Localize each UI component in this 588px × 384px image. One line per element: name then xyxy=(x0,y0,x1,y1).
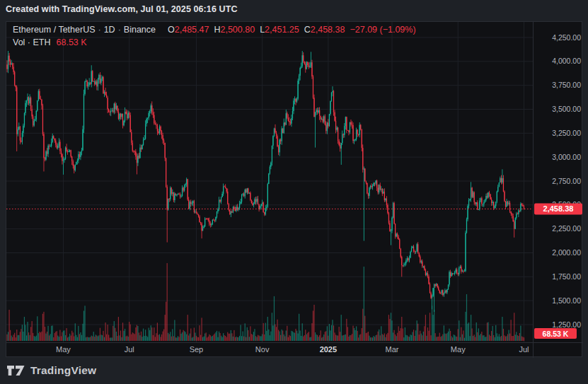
separator-dot: · xyxy=(118,25,121,35)
price-tick-label: 2,250.00 xyxy=(552,224,581,233)
last-price-label: 2,458.38 xyxy=(534,203,582,214)
chart-svg[interactable]: 4,250.004,000.003,750.003,500.003,250.00… xyxy=(6,22,583,358)
price-tick-label: 1,750.00 xyxy=(552,272,581,281)
open-letter: O xyxy=(168,25,175,35)
attribution-text: Created with TradingView.com, Jul 01, 20… xyxy=(6,4,238,14)
price-tick-label: 4,250.00 xyxy=(552,33,581,42)
price-tick-label: 3,750.00 xyxy=(552,81,581,89)
price-tick-label: 2,750.00 xyxy=(552,177,581,185)
time-tick-label: Jul xyxy=(125,345,134,354)
svg-text:68.53 K: 68.53 K xyxy=(543,330,569,338)
symbol-title[interactable]: Ethereum / TetherUS xyxy=(13,25,96,35)
exchange-name: Binance xyxy=(124,25,156,35)
footer-bar: TradingView xyxy=(0,357,588,384)
price-tick-label: 3,000.00 xyxy=(552,153,581,161)
tradingview-snapshot: { "header": { "attribution": "Created wi… xyxy=(0,0,588,384)
time-tick-label: 2025 xyxy=(320,345,337,354)
high-value: 2,500.80 xyxy=(220,25,255,35)
price-axis[interactable]: 4,250.004,000.003,750.003,500.003,250.00… xyxy=(552,33,581,329)
price-tick-label: 1,250.00 xyxy=(552,320,581,329)
time-tick-label: Jul xyxy=(519,345,529,354)
low-value: 2,451.25 xyxy=(265,25,299,35)
price-tick-label: 3,500.00 xyxy=(552,105,581,113)
ohlc-values: O2,485.47H2,500.80L2,451.25C2,458.38−27.… xyxy=(163,25,416,35)
interval-value[interactable]: 1D xyxy=(104,25,115,35)
gridlines xyxy=(6,22,533,342)
volume-bars xyxy=(6,263,524,341)
volume-value-label: 68.53 K xyxy=(534,328,577,339)
time-axis[interactable]: MayJulSepNov2025MarMayJul xyxy=(56,345,529,354)
price-tick-label: 2,000.00 xyxy=(552,248,581,257)
legend-volume-row[interactable]: Vol · ETH68.53 K xyxy=(13,37,87,47)
volume-row-value: 68.53 K xyxy=(57,37,87,47)
close-letter: C xyxy=(304,25,311,35)
legend-symbol-row[interactable]: Ethereum / TetherUS·1D·BinanceO2,485.47H… xyxy=(13,25,416,35)
chart-panel: 4,250.004,000.003,750.003,500.003,250.00… xyxy=(6,21,582,357)
time-tick-label: Nov xyxy=(255,345,270,354)
svg-text:2,458.38: 2,458.38 xyxy=(543,204,574,213)
close-value: 2,458.38 xyxy=(311,25,345,35)
tradingview-logo-icon[interactable] xyxy=(7,365,25,376)
time-tick-label: Sep xyxy=(190,345,204,354)
volume-row-label: Vol · ETH xyxy=(13,37,51,47)
separator-dot: · xyxy=(98,25,101,35)
change-value: −27.09 (−1.09%) xyxy=(350,25,415,35)
open-value: 2,485.47 xyxy=(175,25,209,35)
time-tick-label: May xyxy=(56,345,71,354)
price-tick-label: 3,250.00 xyxy=(552,129,581,137)
time-tick-label: May xyxy=(451,345,466,354)
time-tick-label: Mar xyxy=(386,345,399,354)
price-tick-label: 1,500.00 xyxy=(552,296,581,305)
brand-name[interactable]: TradingView xyxy=(30,364,96,377)
price-tick-label: 4,000.00 xyxy=(552,57,581,65)
